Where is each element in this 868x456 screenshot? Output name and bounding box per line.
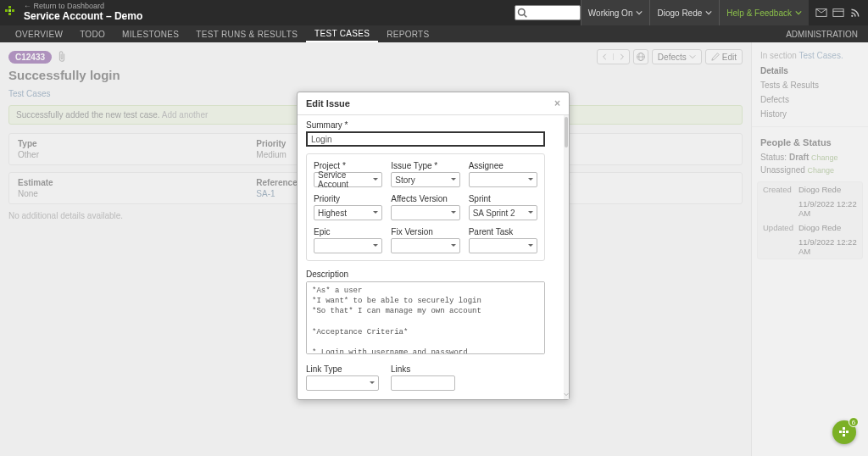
issue-type-select[interactable]: Story <box>391 172 459 187</box>
link-type-label: Link Type <box>306 364 379 374</box>
project-label: Project * <box>314 161 382 170</box>
links-input[interactable] <box>391 375 455 391</box>
summary-label: Summary * <box>306 120 560 130</box>
chevron-down-icon <box>636 9 643 16</box>
tab-overview[interactable]: OVERVIEW <box>7 25 71 42</box>
fab-button[interactable]: 6 <box>832 420 856 444</box>
modal-header: Edit Issue × <box>298 92 569 115</box>
priority-label: Priority <box>314 194 382 203</box>
description-textarea[interactable] <box>306 281 545 354</box>
link-type-select[interactable] <box>306 375 379 391</box>
mail-icon[interactable] <box>815 7 827 19</box>
chevron-down-icon <box>795 9 802 16</box>
affects-version-label: Affects Version <box>391 194 459 203</box>
nav-tabs: OVERVIEWTODOMILESTONESTEST RUNS & RESULT… <box>0 25 868 42</box>
search-wrap <box>515 5 581 20</box>
app-logo-icon <box>5 6 17 18</box>
close-icon[interactable]: × <box>554 97 560 109</box>
chevron-down-icon <box>564 392 569 398</box>
sprint-label: Sprint <box>469 194 537 203</box>
description-label: Description <box>306 270 560 279</box>
tab-test-cases[interactable]: TEST CASES <box>306 25 378 42</box>
svg-rect-3 <box>833 9 843 17</box>
tab-milestones[interactable]: MILESTONES <box>114 25 187 42</box>
fab-badge: 6 <box>849 417 859 427</box>
chevron-down-icon <box>705 9 712 16</box>
affects-version-select[interactable] <box>391 205 459 220</box>
account-name: Service Account – Demo <box>24 10 142 22</box>
help-menu[interactable]: Help & Feedback <box>719 0 809 25</box>
summary-input[interactable] <box>306 131 545 147</box>
modal-scrollbar[interactable] <box>564 115 569 399</box>
fab-logo-icon <box>839 427 849 437</box>
tab-test-runs-results[interactable]: TEST RUNS & RESULTS <box>187 25 306 42</box>
project-select[interactable]: Service Account <box>314 172 382 187</box>
epic-label: Epic <box>314 227 382 236</box>
administration-link[interactable]: ADMINISTRATION <box>786 30 861 39</box>
svg-line-1 <box>524 14 526 17</box>
epic-select[interactable] <box>314 238 382 253</box>
sprint-select[interactable]: SA Sprint 2 <box>469 205 537 220</box>
tab-todo[interactable]: TODO <box>71 25 114 42</box>
svg-point-5 <box>851 15 853 17</box>
top-bar: ← Return to Dashboard Service Account – … <box>0 0 868 25</box>
issue-type-label: Issue Type * <box>391 161 459 170</box>
search-icon <box>517 8 527 18</box>
assignee-label: Assignee <box>469 161 537 170</box>
parent-task-select[interactable] <box>469 238 537 253</box>
window-icon[interactable] <box>832 7 844 19</box>
working-on-menu[interactable]: Working On <box>581 0 650 25</box>
edit-issue-modal: Edit Issue × Summary * Project *Service … <box>297 92 570 400</box>
parent-task-label: Parent Task <box>469 227 537 236</box>
assignee-select[interactable] <box>469 172 537 187</box>
fix-version-select[interactable] <box>391 238 459 253</box>
modal-title: Edit Issue <box>306 98 350 108</box>
priority-select[interactable]: Highest <box>314 205 382 220</box>
fix-version-label: Fix Version <box>391 227 459 236</box>
return-dashboard-link[interactable]: ← Return to Dashboard <box>24 3 142 10</box>
user-menu[interactable]: Diogo Rede <box>649 0 719 25</box>
rss-icon[interactable] <box>849 7 861 19</box>
svg-point-0 <box>518 9 525 16</box>
tab-reports[interactable]: REPORTS <box>378 25 437 42</box>
links-label: Links <box>391 364 455 374</box>
fields-group: Project *Service Account Issue Type *Sto… <box>306 153 545 261</box>
